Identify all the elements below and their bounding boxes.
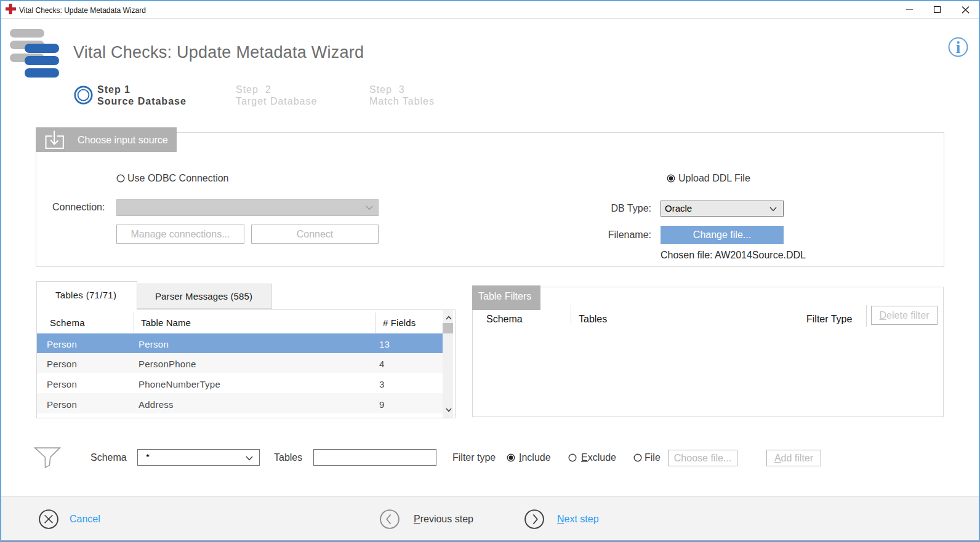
svg-text:i: i — [956, 38, 961, 57]
